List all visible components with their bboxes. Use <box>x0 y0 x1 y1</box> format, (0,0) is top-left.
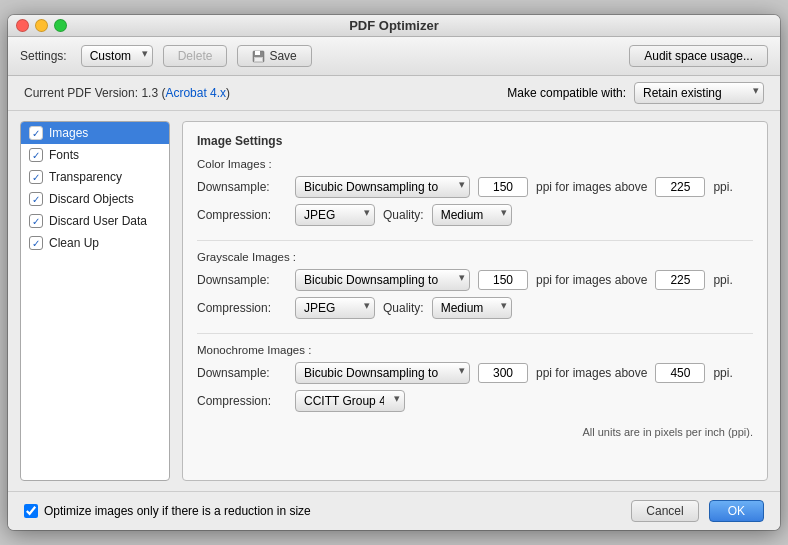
ppi-note: All units are in pixels per inch (ppi). <box>197 426 753 438</box>
grayscale-compression-label: Compression: <box>197 301 287 315</box>
color-quality-select[interactable]: Medium <box>432 204 512 226</box>
monochrome-compression-label: Compression: <box>197 394 287 408</box>
color-downsample-ppi-input[interactable] <box>478 177 528 197</box>
sidebar-label-images: Images <box>49 126 88 140</box>
svg-rect-1 <box>255 51 260 55</box>
sidebar-item-images[interactable]: ✓ Images <box>21 122 169 144</box>
fonts-checkbox[interactable]: ✓ <box>29 148 43 162</box>
grayscale-quality-select[interactable]: Medium <box>432 297 512 319</box>
grayscale-quality-select-wrap[interactable]: Medium <box>432 297 512 319</box>
ok-button[interactable]: OK <box>709 500 764 522</box>
settings-select-wrap[interactable]: Custom <box>81 45 153 67</box>
compat-select-wrap[interactable]: Retain existing <box>634 82 764 104</box>
grayscale-downsample-label: Downsample: <box>197 273 287 287</box>
sidebar-item-discard-objects[interactable]: ✓ Discard Objects <box>21 188 169 210</box>
optimize-label: Optimize images only if there is a reduc… <box>44 504 311 518</box>
maximize-button[interactable] <box>54 19 67 32</box>
color-downsample-select-wrap[interactable]: Bicubic Downsampling to <box>295 176 470 198</box>
monochrome-above-ppi-input[interactable] <box>655 363 705 383</box>
grayscale-downsample-select[interactable]: Bicubic Downsampling to <box>295 269 470 291</box>
save-button[interactable]: Save <box>237 45 311 67</box>
delete-label: Delete <box>178 49 213 63</box>
color-images-section: Color Images : Downsample: Bicubic Downs… <box>197 158 753 226</box>
color-compression-row: Compression: JPEG Quality: Medium <box>197 204 753 226</box>
acrobat-link[interactable]: Acrobat 4.x <box>165 86 226 100</box>
titlebar: PDF Optimizer <box>8 15 780 37</box>
grayscale-downsample-select-wrap[interactable]: Bicubic Downsampling to <box>295 269 470 291</box>
save-label: Save <box>269 49 296 63</box>
grayscale-ppi-suffix: ppi. <box>713 273 732 287</box>
pdf-optimizer-window: PDF Optimizer Settings: Custom Delete Sa… <box>8 15 780 530</box>
monochrome-downsample-row: Downsample: Bicubic Downsampling to ppi … <box>197 362 753 384</box>
monochrome-downsample-select-wrap[interactable]: Bicubic Downsampling to <box>295 362 470 384</box>
images-checkbox[interactable]: ✓ <box>29 126 43 140</box>
compat-label: Make compatible with: <box>507 86 626 100</box>
delete-button[interactable]: Delete <box>163 45 228 67</box>
ok-label: OK <box>728 504 745 518</box>
sidebar-label-transparency: Transparency <box>49 170 122 184</box>
audit-button[interactable]: Audit space usage... <box>629 45 768 67</box>
monochrome-ppi-above-label: ppi for images above <box>536 366 647 380</box>
cancel-button[interactable]: Cancel <box>631 500 698 522</box>
discard-user-data-checkbox[interactable]: ✓ <box>29 214 43 228</box>
pdf-version: Current PDF Version: 1.3 (Acrobat 4.x) <box>24 86 230 100</box>
color-compression-label: Compression: <box>197 208 287 222</box>
toolbar: Settings: Custom Delete Save Audit space… <box>8 37 780 76</box>
cancel-label: Cancel <box>646 504 683 518</box>
sidebar-label-discard-objects: Discard Objects <box>49 192 134 206</box>
sidebar-label-fonts: Fonts <box>49 148 79 162</box>
minimize-button[interactable] <box>35 19 48 32</box>
color-images-title: Color Images : <box>197 158 753 170</box>
sidebar-item-clean-up[interactable]: ✓ Clean Up <box>21 232 169 254</box>
svg-rect-3 <box>255 58 262 61</box>
window-title: PDF Optimizer <box>349 18 439 33</box>
monochrome-images-title: Monochrome Images : <box>197 344 753 356</box>
grayscale-images-section: Grayscale Images : Downsample: Bicubic D… <box>197 251 753 319</box>
clean-up-checkbox[interactable]: ✓ <box>29 236 43 250</box>
color-quality-select-wrap[interactable]: Medium <box>432 204 512 226</box>
transparency-checkbox[interactable]: ✓ <box>29 170 43 184</box>
content-panel: Image Settings Color Images : Downsample… <box>182 121 768 481</box>
grayscale-compression-select-wrap[interactable]: JPEG <box>295 297 375 319</box>
settings-select[interactable]: Custom <box>81 45 153 67</box>
settings-label: Settings: <box>20 49 67 63</box>
color-downsample-select[interactable]: Bicubic Downsampling to <box>295 176 470 198</box>
sidebar-item-fonts[interactable]: ✓ Fonts <box>21 144 169 166</box>
color-downsample-label: Downsample: <box>197 180 287 194</box>
color-compression-select-wrap[interactable]: JPEG <box>295 204 375 226</box>
optimize-checkbox[interactable] <box>24 504 38 518</box>
divider-2 <box>197 333 753 334</box>
compat-select[interactable]: Retain existing <box>634 82 764 104</box>
close-button[interactable] <box>16 19 29 32</box>
sidebar-label-clean-up: Clean Up <box>49 236 99 250</box>
grayscale-downsample-row: Downsample: Bicubic Downsampling to ppi … <box>197 269 753 291</box>
color-above-ppi-input[interactable] <box>655 177 705 197</box>
sidebar-item-transparency[interactable]: ✓ Transparency <box>21 166 169 188</box>
color-compression-select[interactable]: JPEG <box>295 204 375 226</box>
sidebar: ✓ Images ✓ Fonts ✓ Transparency ✓ Discar… <box>20 121 170 481</box>
save-icon <box>252 50 265 63</box>
btn-row: Cancel OK <box>631 500 764 522</box>
grayscale-above-ppi-input[interactable] <box>655 270 705 290</box>
monochrome-compression-select-wrap[interactable]: CCITT Group 4 <box>295 390 405 412</box>
info-bar: Current PDF Version: 1.3 (Acrobat 4.x) M… <box>8 76 780 111</box>
color-ppi-suffix: ppi. <box>713 180 732 194</box>
sidebar-item-discard-user-data[interactable]: ✓ Discard User Data <box>21 210 169 232</box>
grayscale-images-title: Grayscale Images : <box>197 251 753 263</box>
footer-bar: Optimize images only if there is a reduc… <box>8 491 780 530</box>
optimize-row: Optimize images only if there is a reduc… <box>24 504 311 518</box>
monochrome-downsample-ppi-input[interactable] <box>478 363 528 383</box>
monochrome-images-section: Monochrome Images : Downsample: Bicubic … <box>197 344 753 412</box>
compat-row: Make compatible with: Retain existing <box>507 82 764 104</box>
divider-1 <box>197 240 753 241</box>
discard-objects-checkbox[interactable]: ✓ <box>29 192 43 206</box>
monochrome-downsample-select[interactable]: Bicubic Downsampling to <box>295 362 470 384</box>
main-content: ✓ Images ✓ Fonts ✓ Transparency ✓ Discar… <box>8 111 780 491</box>
sidebar-label-discard-user-data: Discard User Data <box>49 214 147 228</box>
grayscale-compression-select[interactable]: JPEG <box>295 297 375 319</box>
grayscale-ppi-above-label: ppi for images above <box>536 273 647 287</box>
color-downsample-row: Downsample: Bicubic Downsampling to ppi … <box>197 176 753 198</box>
grayscale-downsample-ppi-input[interactable] <box>478 270 528 290</box>
monochrome-compression-select[interactable]: CCITT Group 4 <box>295 390 405 412</box>
titlebar-buttons <box>16 19 67 32</box>
